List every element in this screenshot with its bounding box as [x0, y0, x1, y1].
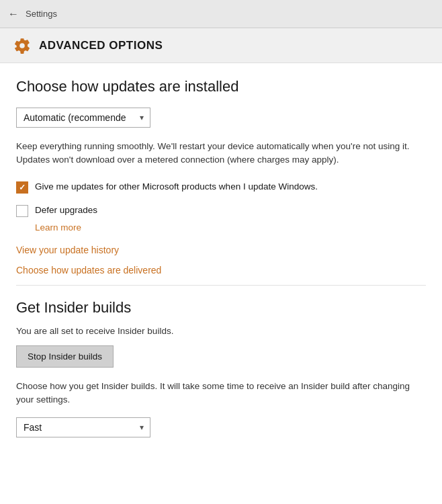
stop-insider-builds-button[interactable]: Stop Insider builds [16, 345, 114, 368]
update-mode-dropdown-wrapper: Automatic (recommended) Notify to schedu… [16, 108, 426, 128]
section1-title: Choose how updates are installed [16, 78, 426, 95]
update-history-link[interactable]: View your update history [16, 245, 426, 255]
insider-speed-select[interactable]: Fast Slow [16, 417, 150, 437]
top-bar-title: Settings [26, 9, 57, 19]
back-button[interactable]: ← [8, 8, 19, 20]
main-content: Choose how updates are installed Automat… [0, 63, 442, 454]
top-bar: ← Settings [0, 0, 442, 28]
section-divider [16, 285, 426, 286]
update-mode-select-wrapper[interactable]: Automatic (recommended) Notify to schedu… [16, 108, 150, 128]
insider-speed-select-wrapper[interactable]: Fast Slow ▾ [16, 417, 150, 437]
section2-title: Get Insider builds [16, 299, 426, 317]
insider-description: You are all set to receive Insider build… [16, 326, 426, 336]
checkbox-other-products[interactable] [16, 181, 28, 194]
checkbox-row-other-products: Give me updates for other Microsoft prod… [16, 181, 426, 194]
header-row: ADVANCED OPTIONS [0, 28, 442, 63]
update-description: Keep everything running smoothly. We'll … [16, 140, 426, 167]
checkbox-row-defer: Defer upgrades [16, 204, 426, 217]
update-mode-select[interactable]: Automatic (recommended) Notify to schedu… [16, 108, 150, 128]
gear-icon [13, 37, 31, 54]
learn-more-link[interactable]: Learn more [35, 222, 426, 233]
checkbox-defer-label: Defer upgrades [35, 204, 97, 217]
insider-builds-description: Choose how you get Insider builds. It wi… [16, 380, 426, 407]
checkbox-defer[interactable] [16, 205, 28, 217]
page-title: ADVANCED OPTIONS [39, 39, 163, 52]
updates-delivered-link[interactable]: Choose how updates are delivered [16, 265, 426, 276]
checkbox-other-products-label: Give me updates for other Microsoft prod… [35, 181, 318, 194]
